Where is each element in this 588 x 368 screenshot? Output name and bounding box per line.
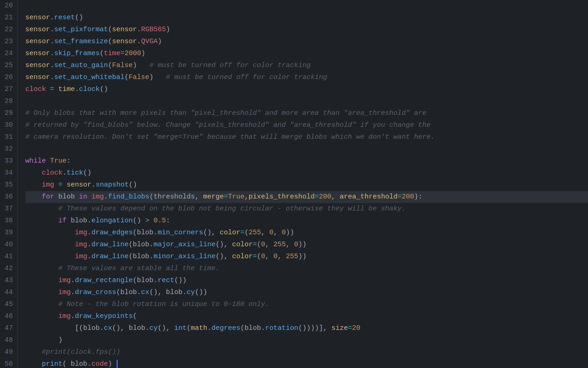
code-line: sensor.reset() [25,12,588,24]
line-numbers: 20 21 22 23 24 25 26 27 28 29 30 31 32 3… [0,0,18,368]
code-line: img.draw_edges(blob.min_corners(), color… [25,227,588,239]
code-line: while True: [25,155,588,167]
code-line: sensor.set_pixformat(sensor.RGB565) [25,24,588,36]
code-line: #print(clock.fps()) [25,346,588,358]
code-line: # returned by "find_blobs" below. Change… [25,119,588,131]
code-line: if blob.elongation() > 0.5: [25,215,588,227]
code-line: img.draw_rectangle(blob.rect()) [25,275,588,287]
code-line: sensor.set_auto_whitebal(False) # must b… [25,72,588,84]
code-line [25,0,588,12]
code-line: img = sensor.snapshot() [25,179,588,191]
code-line: sensor.set_auto_gain(False) # must be tu… [25,60,588,72]
code-line: img.draw_line(blob.minor_axis_line(), co… [25,251,588,263]
code-line: ) [25,334,588,346]
code-line: sensor.set_framesize(sensor.QVGA) [25,36,588,48]
code-line: # These values depend on the blob not be… [25,203,588,215]
code-line: # Note - the blob rotation is unique to … [25,299,588,311]
code-line [25,96,588,108]
code-line-active: for blob in img.find_blobs(thresholds, m… [25,191,588,203]
code-line: # These values are stable all the time. [25,263,588,275]
code-editor: 20 21 22 23 24 25 26 27 28 29 30 31 32 3… [0,0,588,368]
code-line: clock.tick() [25,167,588,179]
code-line [25,143,588,155]
code-line: img.draw_cross(blob.cx(), blob.cy()) [25,287,588,299]
code-line: img.draw_line(blob.major_axis_line(), co… [25,239,588,251]
code-line: # camera resolution. Don't set "merge=Tr… [25,131,588,143]
code-line: # Only blobs that with more pixels than … [25,108,588,119]
code-line: sensor.skip_frames(time=2000) [25,48,588,60]
code-content[interactable]: sensor.reset() sensor.set_pixformat(sens… [18,0,588,368]
code-line: clock = time.clock() [25,84,588,96]
code-line: print( blob.code) [25,358,588,368]
code-line: [(blob.cx(), blob.cy(), int(math.degrees… [25,323,588,334]
code-line: img.draw_keypoints( [25,311,588,323]
